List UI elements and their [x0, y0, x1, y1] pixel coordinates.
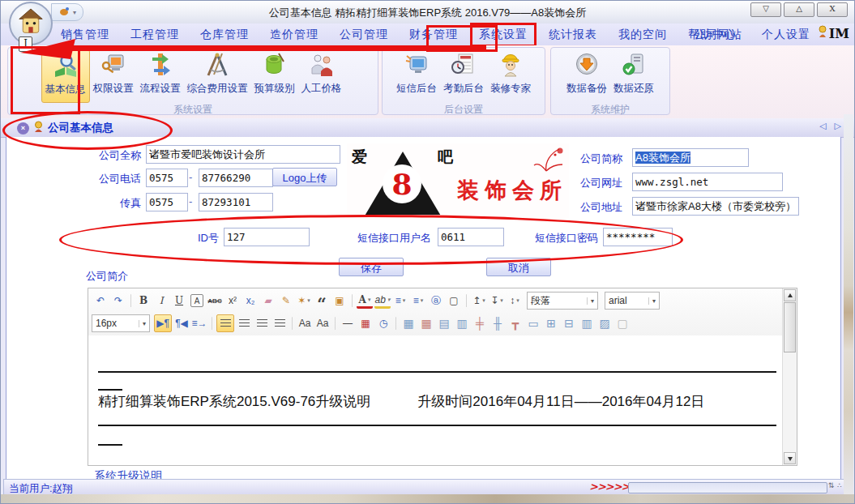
format-painter-icon[interactable]: ✎ — [278, 293, 294, 309]
ltr-paragraph-icon[interactable]: ▶¶ — [154, 314, 172, 332]
ribbon-decoration-expert-button[interactable]: 装修专家 — [487, 49, 534, 103]
insert-column-icon[interactable]: ╫ — [489, 315, 506, 331]
row-properties-icon[interactable]: ▤ — [436, 315, 452, 331]
company-short-name-input[interactable]: A8装饰会所 — [632, 148, 749, 167]
redo-icon[interactable]: ↷ — [110, 293, 126, 309]
scrollbar-thumb[interactable] — [784, 302, 796, 352]
anchor-icon[interactable]: ⓐ — [428, 293, 444, 309]
insert-date-icon[interactable]: ▦ — [357, 315, 374, 331]
lowercase-icon[interactable]: Aa — [314, 315, 331, 331]
separator[interactable] — [395, 317, 396, 330]
menu-item[interactable]: 统计报表 — [542, 25, 604, 45]
preview-icon[interactable]: ▢ — [614, 315, 631, 331]
undo-icon[interactable]: ↶ — [92, 293, 109, 309]
tab-nav-right-icon[interactable]: ▷ — [835, 121, 841, 131]
blockquote-icon[interactable]: “ — [314, 289, 330, 312]
menu-item[interactable]: 系统设置 — [472, 25, 534, 45]
underline-icon[interactable]: U — [171, 293, 187, 309]
scroll-up-icon[interactable] — [784, 289, 796, 301]
minimize-button[interactable]: ▽ — [750, 2, 781, 17]
chevrons-expander[interactable]: >>>>> — [589, 481, 629, 493]
ribbon-budget-level-button[interactable]: 预算级别 — [251, 49, 298, 103]
scroll-down-icon[interactable] — [784, 452, 796, 464]
sms-password-input[interactable] — [603, 228, 673, 246]
merge-cells-icon[interactable]: ▭ — [525, 315, 541, 331]
sms-username-input[interactable] — [438, 228, 504, 246]
insert-table-icon[interactable]: ▦ — [400, 315, 417, 331]
highlight-color-icon[interactable]: ab — [374, 293, 391, 309]
menu-item[interactable]: 仓库管理 — [194, 25, 255, 45]
align-justify-icon[interactable] — [271, 315, 288, 331]
split-cells-icon[interactable]: ┳ — [507, 315, 524, 331]
superscript-icon[interactable]: x² — [224, 293, 241, 309]
font-color-icon[interactable]: A — [357, 293, 373, 309]
separator[interactable] — [212, 317, 212, 330]
separator[interactable] — [352, 294, 353, 307]
menu-item[interactable]: 公司网站 — [687, 25, 749, 45]
strikethrough-icon[interactable]: ABC — [207, 293, 223, 309]
italic-icon[interactable]: I — [153, 293, 169, 309]
company-website-input[interactable] — [632, 173, 783, 191]
im-button[interactable]: IM — [817, 25, 849, 41]
align-top-icon[interactable]: ↥ — [471, 293, 487, 309]
insert-row-before-icon[interactable]: ⊟ — [561, 315, 577, 331]
insert-row-after-icon[interactable]: ⊞ — [543, 315, 559, 331]
menu-item[interactable]: 个人设置 — [755, 25, 817, 45]
close-button[interactable]: X — [817, 2, 848, 17]
ribbon-sms-backend-button[interactable]: 短信后台 — [393, 49, 440, 103]
ribbon-labor-price-button[interactable]: 人工价格 — [298, 49, 345, 103]
editor-content[interactable]: 精打细算装饰ERP系统2015.V69-76升级说明升级时间2016年04月11… — [88, 335, 783, 465]
indent-icon[interactable]: ≡→ — [191, 315, 207, 331]
ribbon-process-settings-button[interactable]: 流程设置 — [137, 49, 184, 103]
magic-wand-icon[interactable]: ✶ — [296, 293, 312, 309]
menu-item[interactable]: 造价管理 — [263, 25, 325, 45]
tab-company-basic-info[interactable]: × 公司基本信息 — [9, 120, 122, 136]
font-size-select[interactable]: 16px — [92, 314, 150, 332]
align-center-icon[interactable] — [236, 315, 252, 331]
rtl-paragraph-icon[interactable]: ¶◀ — [173, 315, 190, 331]
cell-properties-icon[interactable]: ▥ — [454, 315, 470, 331]
menu-item[interactable]: 财务管理 — [403, 25, 464, 45]
ribbon-attendance-backend-button[interactable]: 考勤后台 — [440, 49, 487, 103]
paragraph-select[interactable]: 段落 — [527, 292, 598, 310]
separator[interactable] — [335, 317, 336, 330]
sort-toggle-icon[interactable]: ⇅ — [828, 481, 835, 489]
ribbon-permission-settings-button[interactable]: 权限设置 — [90, 49, 137, 103]
phone-area-input[interactable] — [146, 169, 188, 187]
insert-time-icon[interactable]: ◷ — [375, 315, 391, 331]
menu-item[interactable]: 公司管理 — [333, 25, 395, 45]
separator[interactable] — [130, 294, 131, 307]
resize-grip-icon[interactable]: ∴ — [837, 481, 842, 489]
paste-text-icon[interactable]: ▣ — [331, 293, 348, 309]
tab-close-icon[interactable]: × — [17, 122, 29, 135]
editor-scrollbar[interactable] — [782, 288, 797, 465]
clipped-upgrade-link[interactable]: 系统升级说明 — [94, 468, 162, 479]
company-full-name-input[interactable] — [146, 145, 340, 164]
ribbon-data-restore-button[interactable]: 数据还原 — [610, 49, 657, 103]
menu-item[interactable]: 我的空间 — [612, 25, 673, 45]
horizontal-rule-icon[interactable]: — — [340, 315, 356, 331]
quick-access-toolbar[interactable]: ▾ — [51, 3, 83, 21]
menu-item[interactable]: 工程管理 — [124, 25, 186, 45]
id-input[interactable] — [224, 228, 310, 246]
bullet-list-icon[interactable]: ≡ — [410, 293, 426, 309]
menu-item[interactable]: 销售管理 — [54, 25, 116, 45]
table-shading-icon[interactable]: ▨ — [596, 315, 613, 331]
new-document-icon[interactable]: ▢ — [446, 293, 462, 309]
maximize-button[interactable]: △ — [784, 2, 814, 17]
ribbon-data-backup-button[interactable]: 数据备份 — [563, 49, 610, 103]
fax-number-input[interactable] — [199, 193, 273, 211]
separator[interactable] — [466, 294, 467, 307]
logo-upload-button[interactable]: Logo上传 — [272, 168, 337, 186]
bold-icon[interactable]: B — [135, 293, 152, 309]
font-family-select[interactable]: arial — [605, 292, 660, 310]
company-address-input[interactable] — [632, 197, 799, 216]
ordered-list-icon[interactable]: ≡ — [392, 293, 408, 309]
table-borders-icon[interactable]: ▥ — [579, 315, 595, 331]
align-left-icon[interactable] — [216, 314, 234, 332]
separator[interactable] — [292, 317, 293, 330]
insert-row-icon[interactable]: ╪ — [472, 315, 488, 331]
chevron-down-icon[interactable]: ▾ — [73, 9, 76, 16]
save-button[interactable]: 保存 — [339, 258, 404, 276]
subscript-icon[interactable]: x₂ — [242, 293, 259, 309]
